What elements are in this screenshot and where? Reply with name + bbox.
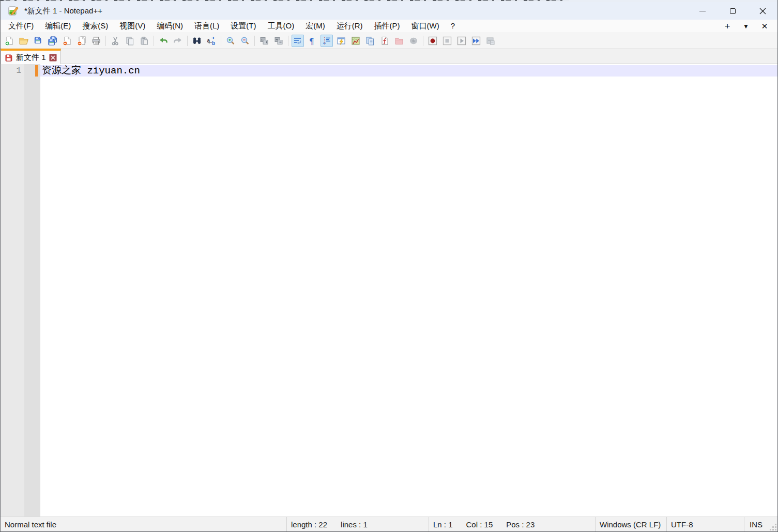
find-button[interactable] — [191, 35, 203, 47]
minimize-button[interactable] — [688, 2, 718, 20]
function-list-button[interactable] — [378, 35, 391, 47]
menu-plugins[interactable]: 插件(P) — [368, 20, 405, 32]
current-line-highlight — [40, 65, 777, 77]
close-all-button[interactable] — [75, 35, 88, 47]
line-number: 1 — [1, 65, 21, 77]
tab-list-button[interactable]: ▼ — [740, 23, 752, 30]
menu-view[interactable]: 视图(V) — [114, 20, 151, 32]
macro-run-multiple-button[interactable] — [470, 35, 482, 47]
menu-window[interactable]: 窗口(W) — [405, 20, 445, 32]
word-wrap-icon — [293, 36, 303, 46]
macro-stop-button — [441, 35, 453, 47]
document-text[interactable]: 资源之家 ziyuan.cn — [42, 65, 140, 77]
macro-save-button — [484, 35, 497, 47]
user-defined-dialog-icon — [336, 36, 346, 46]
resize-grip-icon[interactable] — [770, 524, 776, 530]
cut-icon — [110, 36, 120, 46]
toolbar-separator — [221, 36, 221, 46]
maximize-icon — [730, 8, 736, 14]
monitoring-icon — [408, 36, 419, 46]
toolbar-separator — [288, 36, 288, 46]
tab-new-file-1[interactable]: 新文件 1 — [1, 49, 61, 64]
status-encoding[interactable]: UTF-8 — [666, 517, 744, 531]
monitoring-button — [407, 35, 420, 47]
macro-play-button[interactable] — [455, 35, 468, 47]
editor-area[interactable]: 1 资源之家 ziyuan.cn — [1, 64, 777, 516]
menu-help[interactable]: ? — [445, 20, 461, 32]
menu-search[interactable]: 搜索(S) — [77, 20, 114, 32]
print-button[interactable] — [90, 35, 102, 47]
close-all-icon — [77, 36, 87, 46]
macro-stop-icon — [442, 36, 452, 46]
menu-encoding[interactable]: 编码(N) — [151, 20, 189, 32]
copy-icon — [125, 36, 135, 46]
status-position: Ln : 1 Col : 15 Pos : 23 — [429, 517, 595, 531]
word-wrap-button[interactable] — [292, 35, 304, 47]
tab-bar: 新文件 1 — [1, 49, 777, 64]
zoom-out-button[interactable] — [239, 35, 251, 47]
new-tab-button[interactable]: + — [722, 21, 733, 32]
copy-button[interactable] — [124, 35, 136, 47]
zoom-out-icon — [240, 36, 250, 46]
sync-horizontal-icon — [273, 36, 284, 46]
user-defined-dialog-button[interactable] — [335, 35, 347, 47]
close-button[interactable] — [748, 2, 777, 20]
menu-file[interactable]: 文件(F) — [3, 20, 39, 32]
undo-icon — [158, 36, 169, 46]
menu-settings[interactable]: 设置(T) — [225, 20, 262, 32]
status-eol[interactable]: Windows (CR LF) — [595, 517, 666, 531]
redo-button — [172, 35, 184, 47]
find-icon — [192, 36, 202, 46]
macro-record-button[interactable] — [426, 35, 439, 47]
status-doc-type: Normal text file — [1, 517, 286, 531]
replace-button[interactable]: ab — [205, 35, 218, 47]
replace-icon: ab — [206, 36, 217, 46]
paste-button[interactable] — [138, 35, 150, 47]
menubar: 文件(F)编辑(E)搜索(S)视图(V)编码(N)语言(L)设置(T)工具(O)… — [1, 20, 777, 33]
pos-label: Pos : 23 — [506, 520, 535, 529]
svg-text:¶: ¶ — [310, 37, 314, 45]
paste-icon — [139, 36, 149, 46]
save-file-icon — [33, 36, 43, 46]
zoom-in-button[interactable] — [224, 35, 237, 47]
cut-button[interactable] — [109, 35, 121, 47]
menu-macro[interactable]: 宏(M) — [300, 20, 331, 32]
save-file-button[interactable] — [32, 35, 44, 47]
bookmark-margin[interactable] — [24, 64, 40, 516]
svg-text:b: b — [212, 40, 215, 45]
status-bar: Normal text file length : 22 lines : 1 L… — [1, 516, 777, 531]
toolbar-separator — [187, 36, 188, 46]
open-file-icon — [19, 36, 29, 46]
encoding-label: UTF-8 — [671, 520, 693, 529]
redo-icon — [173, 36, 183, 46]
maximize-button[interactable] — [718, 2, 748, 20]
new-file-button[interactable] — [3, 35, 16, 47]
menu-tools[interactable]: 工具(O) — [262, 20, 300, 32]
lines-label: lines : 1 — [341, 520, 368, 529]
document-list-button[interactable] — [364, 35, 376, 47]
notepadpp-app-icon — [7, 5, 20, 17]
change-history-marker — [35, 65, 38, 77]
save-all-button[interactable] — [47, 35, 59, 47]
close-file-icon — [62, 36, 72, 46]
line-number-margin — [1, 64, 24, 516]
menu-edit[interactable]: 编辑(E) — [39, 20, 77, 32]
menubar-items: 文件(F)编辑(E)搜索(S)视图(V)编码(N)语言(L)设置(T)工具(O)… — [3, 20, 461, 32]
folder-as-workspace-button — [393, 35, 405, 47]
document-map-button[interactable] — [349, 35, 362, 47]
tab-close-icon[interactable] — [49, 54, 57, 62]
macro-run-multiple-icon — [471, 36, 481, 46]
menu-language[interactable]: 语言(L) — [189, 20, 225, 32]
open-file-button[interactable] — [18, 35, 30, 47]
show-all-characters-button[interactable]: ¶ — [306, 35, 318, 47]
sync-horizontal-button[interactable] — [272, 35, 285, 47]
toolbar-separator — [254, 36, 255, 46]
sync-vertical-button[interactable] — [258, 35, 270, 47]
undo-button[interactable] — [157, 35, 170, 47]
tab-label: 新文件 1 — [16, 53, 46, 63]
show-indent-guide-button[interactable] — [321, 35, 333, 47]
menu-run[interactable]: 运行(R) — [331, 20, 369, 32]
close-tab-button[interactable]: ✕ — [759, 22, 770, 31]
new-file-icon — [4, 36, 14, 46]
close-file-button[interactable] — [61, 35, 73, 47]
